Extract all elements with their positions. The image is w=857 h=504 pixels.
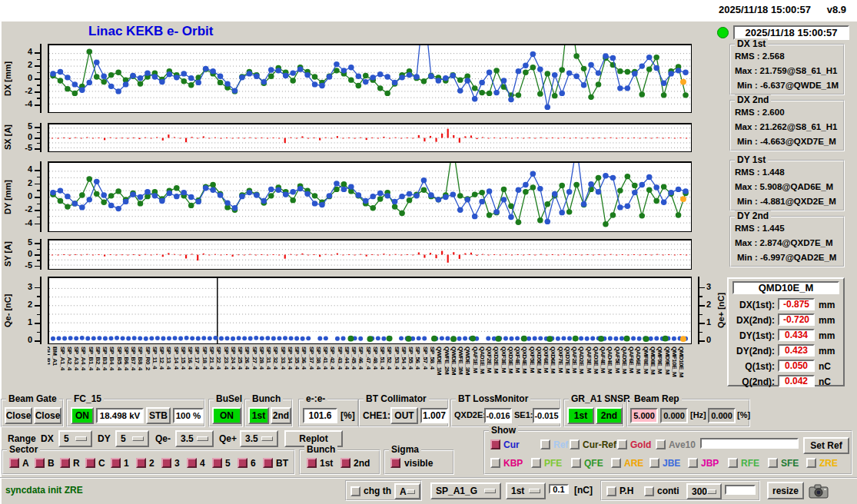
fc15-on-button[interactable]: ON <box>71 407 94 424</box>
sigma-visible-label: visible <box>404 458 433 469</box>
show-checkbox-ref[interactable] <box>540 439 550 449</box>
ph-checkbox[interactable] <box>606 486 616 496</box>
show-checkbox-are[interactable] <box>611 458 621 468</box>
sigma-group: Sigma visible <box>384 449 454 475</box>
sigma-visible-checkbox[interactable] <box>390 458 400 468</box>
fc15-stb-button[interactable]: STB <box>146 407 171 424</box>
range-dx-label: DX <box>41 433 54 444</box>
sp-select[interactable]: SP_A1_G <box>430 482 501 499</box>
xaxis-label: QWDE_2M <box>450 346 457 375</box>
che1-out-button[interactable]: OUT <box>390 407 418 424</box>
major-tick <box>35 65 40 67</box>
ee-ratio-value: 101.6 <box>303 408 337 423</box>
xaxis-label: SP_23_4 <box>223 346 229 369</box>
gr-snsr-1st-button[interactable]: 1st <box>567 407 594 424</box>
sector-checkbox-c[interactable] <box>85 458 95 468</box>
sector-checkbox-3[interactable] <box>161 458 171 468</box>
ytick-label: 2 <box>12 300 32 309</box>
plot-dy-canvas <box>49 163 691 231</box>
sector-checkbox-bt[interactable] <box>263 458 273 468</box>
bunch-select-group: Bunch 1st2nd <box>299 449 380 475</box>
show-checkbox-qfe[interactable] <box>571 458 581 468</box>
minor-tick <box>37 59 40 60</box>
sector-checkbox-6[interactable] <box>238 458 247 468</box>
xaxis-label: SP_31_4 <box>265 346 271 369</box>
show-checkbox-kbp[interactable] <box>490 458 500 468</box>
beam-rep-set-value: 5.000 <box>630 408 658 423</box>
beam-gate-close-2-button[interactable]: Close <box>34 407 61 424</box>
xaxis-label: SP_36_4 <box>301 346 307 369</box>
bunch-sel-select[interactable]: 1st <box>506 482 546 499</box>
xaxis-label: SP_14_4 <box>173 346 179 369</box>
stats-max: Max : 21.759@S8_61_H1 <box>735 66 837 75</box>
sector-checkbox-4[interactable] <box>187 458 197 468</box>
count-select[interactable]: 300 <box>686 483 722 499</box>
sector-checkbox-b[interactable] <box>35 458 45 468</box>
xaxis-label: SP_26_4 <box>244 346 250 369</box>
sector-checkbox-r[interactable] <box>60 458 70 468</box>
show-checkbox-cur[interactable] <box>490 439 500 449</box>
stats-rms: RMS : 1.448 <box>735 167 785 177</box>
beam-gate-close-1-button[interactable]: Close <box>5 407 32 424</box>
xaxis-label: QXF2E_M <box>486 346 492 373</box>
monitor-row-value: 0.434 <box>778 329 815 341</box>
minor-tick <box>37 72 40 73</box>
range-qem-select[interactable]: 3.5 <box>175 430 214 447</box>
show-checkbox-pfe[interactable] <box>531 458 541 468</box>
beam-rep-hz-unit: [Hz] <box>690 410 706 419</box>
bunch-1st-button[interactable]: 1st <box>248 407 269 424</box>
minor-tick <box>37 85 40 85</box>
ref-name-input[interactable] <box>700 438 799 449</box>
show-checkbox-gold[interactable] <box>617 439 627 449</box>
range-dx-select[interactable]: 5 <box>58 430 92 447</box>
major-tick <box>35 305 40 307</box>
show-checkbox-cur-ref[interactable] <box>570 439 580 449</box>
resize-button[interactable]: resize <box>767 482 804 499</box>
sector-checkbox-1[interactable] <box>111 458 121 468</box>
show-checkbox-zre[interactable] <box>806 458 816 468</box>
threshold-input[interactable] <box>549 484 569 494</box>
range-qep-select[interactable]: 3.5 <box>240 430 278 447</box>
bunch-item-label: 2nd <box>354 458 370 469</box>
show-checkbox-jbe[interactable] <box>649 458 659 468</box>
major-tick <box>35 266 40 267</box>
beam-rep-group: Beam Rep 5.000 0.000 [Hz] 0.000 [%] <box>626 399 750 427</box>
screenshot-button[interactable] <box>807 481 830 500</box>
sector-checkbox-5[interactable] <box>212 458 222 468</box>
chg-th-checkbox[interactable] <box>350 486 360 496</box>
bunch-item-label: 1st <box>320 458 333 469</box>
gr-snsr-group: GR_A1 SNSR 1st 2nd <box>563 399 624 427</box>
conti-checkbox[interactable] <box>644 486 654 496</box>
beam-rep-label: Beam Rep <box>632 393 682 404</box>
show-checkbox-ave10[interactable] <box>656 439 666 449</box>
gr-snsr-2nd-button[interactable]: 2nd <box>596 407 623 424</box>
gr-snsr-label: GR_A1 SNSR <box>569 393 633 404</box>
busel-on-button[interactable]: ON <box>212 407 241 424</box>
range-dy-select[interactable]: 5 <box>115 430 149 447</box>
bunch-checkbox-2nd[interactable] <box>340 458 350 468</box>
xaxis-label: SP_17_4 <box>194 346 200 369</box>
xaxis-label: SP_42_4 <box>329 346 335 369</box>
bunch-2nd-button[interactable]: 2nd <box>271 407 291 424</box>
sector-checkbox-2[interactable] <box>136 458 146 468</box>
show-group: Show CurRefCur-RefGoldAve10 Set Ref KBPP… <box>483 430 852 475</box>
stats-max: Max : 5.908@QAD6E_M <box>735 182 833 191</box>
minor-tick <box>37 314 40 315</box>
set-ref-button[interactable]: Set Ref <box>803 437 849 454</box>
chg-th-select[interactable]: A <box>394 483 420 499</box>
major-tick <box>35 184 40 185</box>
show-checkbox-rfe[interactable] <box>728 458 738 468</box>
stats-box-title: DX 1st <box>735 38 768 49</box>
monitor-row-label: DX(1st): <box>729 300 775 310</box>
xaxis-label: SP_B1_4 <box>88 346 94 370</box>
ylabel-q: Qe- [nC] <box>3 277 12 344</box>
range-dy-label: DY <box>98 433 111 444</box>
show-checkbox-sfe[interactable] <box>768 458 778 468</box>
sector-checkbox-a[interactable] <box>9 458 19 468</box>
optionmenu-dash <box>407 489 415 494</box>
stats-rms: RMS : 2.600 <box>735 108 785 117</box>
count-input[interactable] <box>725 485 756 495</box>
xaxis-label: QMF10E_M <box>671 346 677 376</box>
bunch-checkbox-1st[interactable] <box>307 458 317 468</box>
show-checkbox-jbp[interactable] <box>688 458 698 468</box>
